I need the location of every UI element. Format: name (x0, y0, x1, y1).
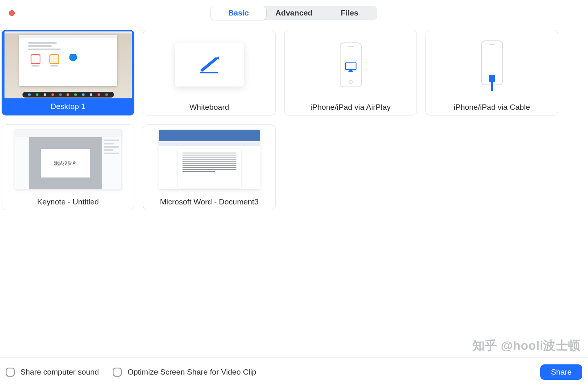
whiteboard-icon (175, 43, 244, 87)
tile-iphone-airplay[interactable]: iPhone/iPad via AirPlay (284, 30, 417, 115)
checkbox-box-icon (6, 368, 15, 377)
checkbox-box-icon (113, 368, 122, 377)
watermark-text: 知乎 @hooli波士顿 (468, 337, 581, 354)
checkbox-label: Optimize Screen Share for Video Clip (127, 368, 256, 377)
word-window-icon (159, 129, 260, 190)
tile-caption: iPhone/iPad via Cable (454, 100, 530, 115)
desktop-screenshot-icon (4, 31, 132, 98)
tile-iphone-cable[interactable]: iPhone/iPad via Cable (425, 30, 558, 115)
keynote-window-icon: 測試投影片 (15, 129, 122, 190)
tile-thumbnail (285, 30, 416, 100)
svg-rect-1 (345, 63, 356, 69)
checkbox-label: Share computer sound (20, 368, 99, 377)
tile-caption: iPhone/iPad via AirPlay (310, 100, 390, 115)
tile-keynote[interactable]: 測試投影片 Keynote - Untitled (2, 124, 134, 210)
checkbox-optimize-video-clip[interactable]: Optimize Screen Share for Video Clip (113, 368, 256, 377)
share-button[interactable]: Share (540, 364, 582, 380)
close-window-button[interactable] (9, 10, 15, 16)
tile-thumbnail (143, 30, 275, 100)
tab-advanced[interactable]: Advanced (266, 6, 322, 20)
tile-thumbnail: 測試投影片 (2, 125, 134, 194)
tile-caption: Keynote - Untitled (37, 194, 99, 210)
tile-whiteboard[interactable]: Whiteboard (143, 30, 276, 115)
tile-thumbnail (143, 125, 275, 194)
tile-thumbnail (3, 31, 133, 99)
tile-msword[interactable]: Microsoft Word - Document3 (143, 124, 276, 210)
keynote-slide-text: 測試投影片 (41, 149, 90, 177)
tile-desktop-1[interactable]: Desktop 1 (2, 30, 134, 115)
tile-caption: Microsoft Word - Document3 (160, 194, 258, 210)
mode-segmented-control: Basic Advanced Files (211, 6, 377, 20)
checkbox-share-computer-sound[interactable]: Share computer sound (6, 368, 99, 377)
tile-thumbnail (426, 30, 558, 100)
tab-files[interactable]: Files (322, 6, 377, 20)
tile-caption: Desktop 1 (51, 99, 86, 114)
bottom-bar: Share computer sound Optimize Screen Sha… (0, 357, 588, 386)
iphone-airplay-icon (340, 42, 362, 87)
tab-basic[interactable]: Basic (211, 6, 266, 20)
iphone-cable-icon (481, 40, 503, 85)
tile-caption: Whiteboard (189, 100, 229, 115)
share-source-grid: Desktop 1 Whiteboard (2, 30, 586, 210)
